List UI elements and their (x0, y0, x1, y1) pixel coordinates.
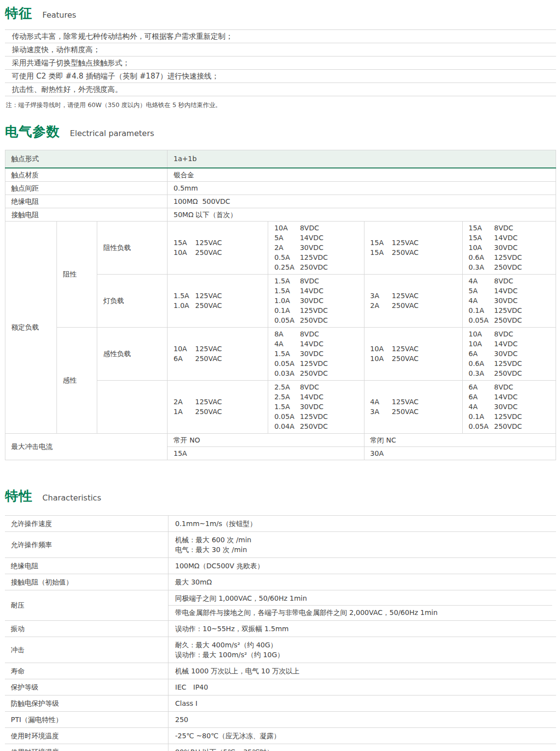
feature-row: 可使用 C2 类即 #4.8 插销端子（英制 #187）进行快速接线； (5, 70, 556, 83)
inrush-no-value: 15A (168, 446, 364, 460)
param-label: 冲击 (5, 637, 168, 663)
load-dc2-cell: 4A8VDC5A14VDC4A30VDC0.1A125VDC0.05A250VD… (462, 274, 556, 327)
table-row: 寿命 机械 1000 万次以上，电气 10 万次以上 (5, 663, 556, 679)
load-ac1-cell: 15A125VAC10A250VAC (168, 221, 268, 274)
feature-item: 传动形式丰富，除常规七种传动结构外，可根据客户需求重新定制； (5, 30, 556, 43)
param-label: PTI（漏电特性） (5, 711, 168, 727)
param-label: 触点间距 (5, 181, 168, 195)
table-row: 接触电阻（初始值） 最大 30mΩ (5, 574, 556, 590)
param-label: 接触电阻 (5, 208, 168, 221)
table-header-row: 触点形式 1a+1b (5, 150, 556, 168)
inrush-nc-label: 常闭 NC (364, 433, 556, 446)
characteristics-title-en: Characteristics (42, 493, 101, 502)
load-dc2-cell: 6A8VDC6A14VDC4A30VDC0.1A125VDC0.05A250VD… (462, 380, 556, 433)
param-value: 机械 1000 万次以上，电气 10 万次以上 (168, 663, 556, 679)
param-value: 误动作：10~55Hz，双振幅 1.5mm (168, 620, 556, 637)
solder-note: 注：端子焊接导线时，请使用 60W（350 度以内）电烙铁在 5 秒内结束作业。 (6, 101, 555, 110)
feature-item: 抗击性、耐热性好，外壳强度高。 (5, 83, 556, 96)
param-value: 银合金 (168, 168, 556, 182)
table-row: 使用时环境温度 -25℃ ~80℃（应无冰冻、凝露） (5, 727, 556, 744)
load-type-label (97, 380, 168, 433)
param-label: 接触电阻（初始值） (5, 574, 168, 590)
param-label: 绝缘电阻 (5, 195, 168, 208)
rated-load-row: 额定负载 阻性 阻性负载 15A125VAC10A250VAC 10A8VDC5… (5, 221, 556, 274)
load-group-label: 感性 (57, 327, 97, 433)
table-row: 触点间距 0.5mm (5, 181, 556, 195)
features-title-en: Features (42, 10, 76, 20)
param-value: 0.5mm (168, 181, 556, 195)
characteristics-title: 特性 Characteristics (5, 487, 555, 507)
param-label: 使用时环境温度 (5, 727, 168, 744)
load-ac1-cell: 10A125VAC6A250VAC (168, 327, 268, 380)
param-value: IEC IP40 (168, 679, 556, 695)
table-row: 绝缘电阻 100MΩ 500VDC (5, 195, 556, 208)
table-row: 使用时环境湿度 80%RH 以下（5℃ ~35℃时） (5, 744, 556, 751)
table-row: 接触电阻 50MΩ 以下（首次） (5, 208, 556, 221)
feature-item: 操动速度快，动作精度高； (5, 43, 556, 56)
electrical-table: 触点形式 1a+1b 触点材质 银合金 触点间距 0.5mm 绝缘电阻 100M… (5, 150, 556, 460)
load-dc2-cell: 15A8VDC15A14VDC10A30VDC0.6A125VDC0.3A250… (462, 221, 556, 274)
load-group-label: 阻性 (57, 221, 97, 327)
param-value: 同极端子之间 1,000VAC，50/60Hz 1min带电金属部件与接地之间，… (168, 590, 556, 620)
param-label: 允许操作速度 (5, 515, 168, 531)
load-ac2-cell: 15A125VAC15A250VAC (364, 221, 462, 274)
param-value: -25℃ ~80℃（应无冰冻、凝露） (168, 727, 556, 744)
table-row: 触点材质 银合金 (5, 168, 556, 182)
characteristics-table: 允许操作速度 0.1mm~1m/s（按钮型） 允许操作频率 机械：最大 600 … (5, 515, 556, 751)
table-row: 耐压 同极端子之间 1,000VAC，50/60Hz 1min带电金属部件与接地… (5, 590, 556, 620)
inrush-no-label: 常开 NO (168, 433, 364, 446)
contact-form-label: 触点形式 (5, 150, 168, 168)
electrical-title: 电气参数 Electrical parameters (5, 122, 555, 143)
load-ac2-cell: 3A125VAC2A250VAC (364, 274, 462, 327)
electrical-title-zh: 电气参数 (5, 124, 60, 139)
param-value: 50MΩ 以下（首次） (168, 208, 556, 221)
param-label: 寿命 (5, 663, 168, 679)
param-value: 0.1mm~1m/s（按钮型） (168, 515, 556, 531)
load-dc1-cell: 8A8VDC4A14VDC1.5A30VDC0.05A125VDC0.03A25… (268, 327, 364, 380)
electrical-title-en: Electrical parameters (70, 129, 154, 138)
characteristics-title-zh: 特性 (5, 488, 32, 503)
load-dc1-cell: 10A8VDC5A14VDC2A30VDC0.5A125VDC0.25A250V… (268, 221, 364, 274)
features-title-zh: 特征 (5, 5, 32, 21)
table-row: 允许操作频率 机械：最大 600 次 /min电气：最大 30 次 /min (5, 531, 556, 557)
inrush-label: 最大冲击电流 (5, 433, 168, 460)
param-label: 耐压 (5, 590, 168, 620)
characteristics-section: 特性 Characteristics 允许操作速度 0.1mm~1m/s（按钮型… (5, 487, 555, 751)
table-row: 绝缘电阻 100MΩ（DC500V 兆欧表） (5, 557, 556, 574)
inrush-nc-value: 30A (364, 446, 556, 460)
param-label: 防触电保护等级 (5, 695, 168, 711)
rated-load-row: 感性 感性负载 10A125VAC6A250VAC 8A8VDC4A14VDC1… (5, 327, 556, 380)
rated-load-label: 额定负载 (5, 221, 57, 433)
load-type-label: 阻性负载 (97, 221, 168, 274)
table-row: 允许操作速度 0.1mm~1m/s（按钮型） (5, 515, 556, 531)
electrical-section: 电气参数 Electrical parameters 触点形式 1a+1b 触点… (5, 122, 555, 460)
inrush-row: 最大冲击电流 常开 NO 常闭 NC (5, 433, 556, 446)
feature-row: 操动速度快，动作精度高； (5, 43, 556, 56)
table-row: PTI（漏电特性） 250 (5, 711, 556, 727)
param-label: 使用时环境湿度 (5, 744, 168, 751)
table-row: 振动 误动作：10~55Hz，双振幅 1.5mm (5, 620, 556, 637)
param-value: 80%RH 以下（5℃ ~35℃时） (168, 744, 556, 751)
param-label: 触点材质 (5, 168, 168, 182)
param-value: 耐久：最大 400m/s²（约 40G）误动作：最大 100m/s²（约 10G… (168, 637, 556, 663)
param-value: 100MΩ（DC500V 兆欧表） (168, 557, 556, 574)
param-value: 最大 30mΩ (168, 574, 556, 590)
contact-form-value: 1a+1b (168, 150, 556, 168)
load-ac1-cell: 2A125VAC1A250VAC (168, 380, 268, 433)
feature-row: 采用共通端子切换型触点接触形式； (5, 56, 556, 70)
features-table: 传动形式丰富，除常规七种传动结构外，可根据客户需求重新定制； 操动速度快，动作精… (5, 29, 556, 96)
load-dc1-cell: 2.5A8VDC2.5A14VDC1.5A30VDC0.05A125VDC0.0… (268, 380, 364, 433)
param-value: 250 (168, 711, 556, 727)
param-value: 100MΩ 500VDC (168, 195, 556, 208)
datasheet-page: 特征 Features 传动形式丰富，除常规七种传动结构外，可根据客户需求重新定… (0, 0, 560, 751)
feature-row: 抗击性、耐热性好，外壳强度高。 (5, 83, 556, 96)
features-title: 特征 Features (5, 4, 555, 25)
load-dc1-cell: 1.5A8VDC1.5A14VDC1.0A30VDC0.1A125VDC0.05… (268, 274, 364, 327)
table-row: 冲击 耐久：最大 400m/s²（约 40G）误动作：最大 100m/s²（约 … (5, 637, 556, 663)
feature-item: 可使用 C2 类即 #4.8 插销端子（英制 #187）进行快速接线； (5, 70, 556, 83)
feature-item: 采用共通端子切换型触点接触形式； (5, 56, 556, 70)
load-dc2-cell: 10A8VDC10A14VDC6A30VDC0.6A125VDC0.3A250V… (462, 327, 556, 380)
load-ac2-cell: 4A125VAC3A250VAC (364, 380, 462, 433)
param-value: 机械：最大 600 次 /min电气：最大 30 次 /min (168, 531, 556, 557)
load-ac1-cell: 1.5A125VAC1.0A250VAC (168, 274, 268, 327)
